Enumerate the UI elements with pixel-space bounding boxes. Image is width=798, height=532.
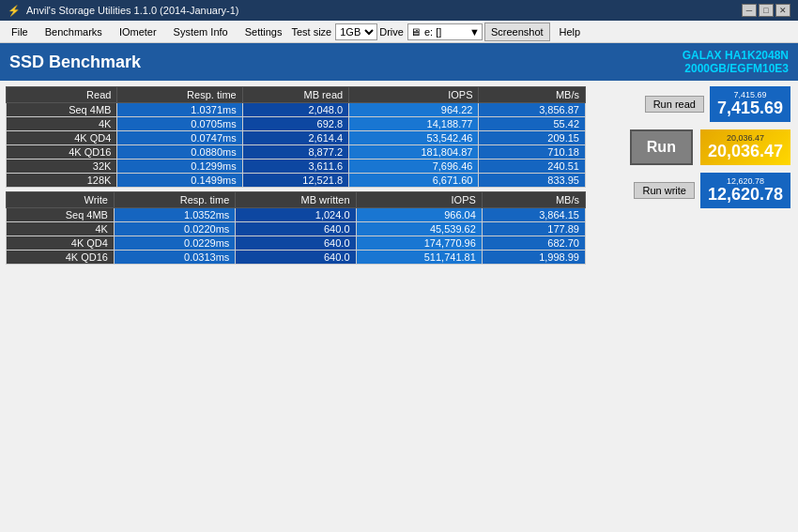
- write-mb: 640.0: [236, 236, 356, 251]
- drive-control: Drive 🖥 e: [] ▼: [379, 23, 483, 40]
- read-mbs: 710.18: [479, 145, 586, 160]
- write-score-box: 12,620.78 12,620.78: [700, 173, 790, 208]
- read-score-box: 7,415.69 7,415.69: [710, 86, 790, 122]
- read-mb: 3,611.6: [242, 160, 348, 174]
- run-center-row: Run 20,036.47 20,036.47: [599, 129, 790, 165]
- run-write-button[interactable]: Run write: [634, 182, 694, 199]
- right-panel: Run read 7,415.69 7,415.69 Run 20,036.47…: [591, 81, 798, 532]
- app-icon: ⚡: [8, 5, 21, 17]
- read-iops: 53,542.46: [349, 131, 479, 145]
- write-resp-time: 0.0220ms: [114, 222, 235, 236]
- read-table-row: 4K QD160.0880ms8,877.2181,804.87710.18: [7, 145, 586, 160]
- read-mb: 8,877.2: [242, 145, 348, 160]
- write-row-label: 4K QD16: [7, 251, 115, 265]
- write-mbs: 177.89: [482, 222, 585, 236]
- read-mbs: 209.15: [479, 131, 586, 145]
- write-iops: 174,770.96: [356, 236, 482, 251]
- test-size-select[interactable]: 1GB: [335, 23, 377, 40]
- read-resp-time: 0.1299ms: [117, 160, 242, 174]
- read-row-label: 4K QD16: [7, 145, 117, 160]
- read-resp-time: 0.0705ms: [117, 117, 242, 131]
- write-header-iops: IOPS: [356, 192, 482, 208]
- write-row-label: 4K: [7, 222, 115, 236]
- read-mb: 692.8: [242, 117, 348, 131]
- write-mbs: 1,998.99: [482, 251, 585, 265]
- main-content: Read Resp. time MB read IOPS MB/s Seq 4M…: [0, 81, 798, 532]
- read-table-row: 4K0.0705ms692.814,188.7755.42: [7, 117, 586, 131]
- run-read-button[interactable]: Run read: [645, 96, 704, 113]
- read-row-label: 4K: [7, 117, 117, 131]
- write-table-row: Seq 4MB1.0352ms1,024.0966.043,864.15: [7, 208, 586, 222]
- maximize-button[interactable]: □: [759, 4, 774, 17]
- read-mbs: 240.51: [479, 160, 586, 174]
- read-mbs: 3,856.87: [479, 103, 586, 117]
- ssd-title: SSD Benchmark: [9, 53, 141, 72]
- write-header-label: Write: [7, 192, 115, 208]
- write-iops: 45,539.62: [356, 222, 482, 236]
- minimize-button[interactable]: ─: [742, 4, 757, 17]
- read-row-label: 128K: [7, 174, 117, 188]
- read-mb: 12,521.8: [242, 174, 348, 188]
- menu-help[interactable]: Help: [552, 24, 589, 39]
- read-iops: 964.22: [349, 103, 479, 117]
- write-table-row: 4K QD40.0229ms640.0174,770.96682.70: [7, 236, 586, 251]
- menu-iometer[interactable]: IOmeter: [112, 24, 164, 39]
- menu-settings[interactable]: Settings: [238, 24, 290, 39]
- write-resp-time: 1.0352ms: [114, 208, 235, 222]
- read-iops: 7,696.46: [349, 160, 479, 174]
- run-button[interactable]: Run: [630, 129, 693, 165]
- drive-select[interactable]: 🖥 e: [] ▼: [407, 23, 483, 40]
- write-mbs: 682.70: [482, 236, 585, 251]
- read-table-row: 128K0.1499ms12,521.86,671.60833.95: [7, 174, 586, 188]
- test-size-control: Test size 1GB: [291, 23, 377, 40]
- write-table-row: 4K0.0220ms640.045,539.62177.89: [7, 222, 586, 236]
- write-mb: 640.0: [236, 222, 356, 236]
- read-mb: 2,614.4: [242, 131, 348, 145]
- screenshot-button[interactable]: Screenshot: [484, 23, 550, 41]
- read-score-large: 7,415.69: [717, 99, 783, 118]
- read-header-iops: IOPS: [349, 87, 479, 103]
- write-iops: 511,741.81: [356, 251, 482, 265]
- drive-label: Drive: [379, 26, 404, 38]
- write-resp-time: 0.0313ms: [114, 251, 235, 265]
- read-mb: 2,048.0: [242, 103, 348, 117]
- read-row-label: Seq 4MB: [7, 103, 117, 117]
- write-table: Write Resp. time MB written IOPS MB/s Se…: [6, 191, 586, 265]
- ssd-header: SSD Benchmark GALAX HA1K2048N 2000GB/EGF…: [0, 43, 798, 81]
- read-score-row: Run read 7,415.69 7,415.69: [599, 86, 790, 122]
- write-mb: 640.0: [236, 251, 356, 265]
- read-resp-time: 0.1499ms: [117, 174, 242, 188]
- read-mbs: 833.95: [479, 174, 586, 188]
- write-mbs: 3,864.15: [482, 208, 585, 222]
- menu-system-info[interactable]: System Info: [166, 24, 236, 39]
- read-iops: 181,804.87: [349, 145, 479, 160]
- read-table-row: 32K0.1299ms3,611.67,696.46240.51: [7, 160, 586, 174]
- write-header-resp: Resp. time: [114, 192, 235, 208]
- read-resp-time: 0.0880ms: [117, 145, 242, 160]
- read-row-label: 32K: [7, 160, 117, 174]
- read-header-resp: Resp. time: [117, 87, 242, 103]
- total-score-large: 20,036.47: [708, 143, 783, 161]
- close-button[interactable]: ✕: [775, 4, 790, 17]
- write-row-label: 4K QD4: [7, 236, 115, 251]
- read-table: Read Resp. time MB read IOPS MB/s Seq 4M…: [6, 86, 586, 188]
- title-bar: ⚡ Anvil's Storage Utilities 1.1.0 (2014-…: [0, 0, 798, 21]
- write-row-label: Seq 4MB: [7, 208, 115, 222]
- read-resp-time: 1.0371ms: [117, 103, 242, 117]
- menu-bar: File Benchmarks IOmeter System Info Sett…: [0, 21, 798, 43]
- write-header-mbs: MB/s: [482, 192, 585, 208]
- total-score-box: 20,036.47 20,036.47: [700, 129, 790, 165]
- write-iops: 966.04: [356, 208, 482, 222]
- read-mbs: 55.42: [479, 117, 586, 131]
- read-table-row: Seq 4MB1.0371ms2,048.0964.223,856.87: [7, 103, 586, 117]
- title-text: Anvil's Storage Utilities 1.1.0 (2014-Ja…: [26, 5, 742, 16]
- write-mb: 1,024.0: [236, 208, 356, 222]
- read-row-label: 4K QD4: [7, 131, 117, 145]
- drive-info: GALAX HA1K2048N 2000GB/EGFM10E3: [683, 49, 789, 75]
- test-size-label: Test size: [291, 26, 331, 38]
- menu-file[interactable]: File: [4, 24, 36, 39]
- menu-benchmarks[interactable]: Benchmarks: [38, 24, 110, 39]
- read-resp-time: 0.0747ms: [117, 131, 242, 145]
- table-area: Read Resp. time MB read IOPS MB/s Seq 4M…: [0, 81, 591, 532]
- read-header-mb: MB read: [242, 87, 348, 103]
